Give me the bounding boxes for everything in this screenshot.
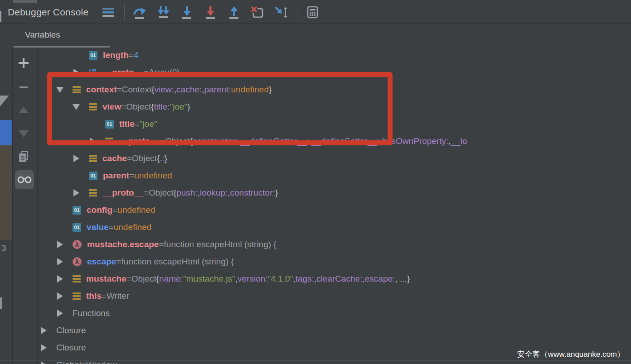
add-watch-icon[interactable] — [18, 57, 29, 69]
primitive-icon: 01 — [73, 223, 81, 232]
value-segment-eq: = — [109, 222, 114, 232]
value-segment-pink: mustache.escape — [87, 239, 159, 249]
value-segment-blue: escape — [87, 257, 116, 267]
remove-watch-icon[interactable] — [18, 81, 29, 93]
value-segment-str: "4.1.0" — [268, 274, 293, 284]
expand-arrow-icon[interactable] — [72, 155, 81, 162]
value-segment-pink: __proto__ — [102, 188, 144, 198]
glasses-icon — [17, 175, 32, 184]
value-segment-eq: = — [129, 50, 134, 60]
value-segment-type: Object — [131, 274, 156, 284]
tab-variables[interactable]: Variables — [25, 24, 60, 46]
move-down-icon[interactable] — [18, 128, 29, 139]
value-segment-key: __lo — [451, 136, 467, 146]
value-segment-key: name: — [159, 274, 183, 284]
value-segment-key: lookup: — [200, 188, 228, 198]
value-segment-blue: value — [87, 222, 109, 232]
value-segment-type: function escapeHtml (string) { — [164, 239, 277, 249]
variable-row[interactable]: this = Writer — [38, 287, 631, 305]
toolbar-separator — [297, 4, 297, 20]
value-segment-undef: undefined — [117, 205, 155, 215]
step-into-icon[interactable] — [179, 4, 194, 20]
frame-number: 3 — [1, 243, 6, 253]
value-segment-undef: undefined — [114, 222, 151, 232]
value-segment-pink: length — [103, 50, 129, 60]
variable-row[interactable]: Functions — [38, 305, 631, 322]
value-segment-pink: config — [87, 205, 112, 215]
value-segment-scope: Functions — [73, 308, 110, 318]
variable-row[interactable]: cache = Object {.: } — [38, 150, 631, 167]
selected-frame-fragment[interactable] — [0, 120, 12, 145]
value-segment-eq: = — [129, 171, 134, 181]
value-segment-brace: , ...} — [395, 274, 410, 284]
variable-row[interactable]: λmustache.escape = function escapeHtml (… — [38, 236, 631, 253]
variable-row[interactable]: λescape = function escapeHtml (string) { — [38, 253, 631, 270]
left-edge-fragment — [0, 11, 1, 22]
edge-fragment — [0, 297, 2, 309]
value-segment-brace: } — [165, 153, 167, 163]
primitive-icon: 01 — [89, 51, 97, 60]
expand-arrow-icon[interactable] — [55, 241, 64, 248]
bottom-divider — [0, 360, 631, 361]
object-icon — [73, 275, 81, 283]
value-segment-eq: = — [102, 291, 107, 301]
panel-title: Debugger Console — [8, 0, 88, 24]
value-segment-key: escape: — [365, 274, 395, 284]
function-icon: λ — [73, 257, 82, 266]
toolbar-separator — [124, 4, 125, 20]
value-segment-eq: = — [144, 188, 149, 198]
value-segment-key: clearCache: — [316, 274, 362, 284]
value-segment-scope: Closure — [56, 343, 86, 353]
expand-arrow-icon[interactable] — [55, 310, 64, 317]
value-segment-type: Object — [132, 153, 157, 163]
watches-toolbar — [13, 48, 38, 364]
value-segment-eq: = — [126, 274, 131, 284]
variable-row[interactable]: Closure — [38, 322, 631, 339]
value-segment-pink: parent — [103, 171, 129, 181]
value-segment-eq: = — [159, 239, 164, 249]
primitive-icon: 01 — [89, 172, 97, 180]
show-watches-button[interactable] — [15, 170, 34, 189]
value-segment-pink: cache — [102, 153, 127, 163]
variable-row[interactable]: __proto__ = Object {push: , lookup: , co… — [38, 184, 631, 201]
run-to-cursor-icon[interactable] — [273, 4, 289, 20]
duplicate-icon[interactable] — [18, 151, 29, 163]
watermark: 安全客（www.anquanke.com） — [517, 349, 625, 359]
variable-row[interactable]: 01parent = undefined — [38, 167, 631, 184]
expand-arrow-icon[interactable] — [39, 361, 48, 364]
variable-row[interactable]: 01length = 4 — [38, 47, 631, 64]
evaluate-expression-icon[interactable] — [305, 4, 320, 20]
value-segment-scope: Closure — [56, 326, 86, 335]
function-icon: λ — [73, 240, 82, 249]
value-segment-brace: } — [275, 188, 278, 198]
value-segment-str: "mustache.js" — [183, 274, 235, 284]
hamburger-menu-icon[interactable] — [101, 4, 116, 20]
expand-arrow-icon[interactable] — [55, 258, 64, 265]
expand-arrow-icon[interactable] — [39, 327, 48, 334]
variable-row[interactable]: mustache = Object {name: "mustache.js", … — [38, 270, 631, 287]
value-segment-eq: = — [112, 205, 117, 215]
annotation-rectangle — [47, 72, 393, 145]
expand-arrow-icon[interactable] — [55, 292, 64, 300]
variable-row[interactable]: 01value = undefined — [38, 219, 631, 236]
object-icon — [89, 189, 97, 197]
debugger-toolbar: Debugger Console — [0, 0, 631, 24]
move-up-icon[interactable] — [18, 104, 29, 116]
smart-step-into-icon[interactable] — [155, 4, 171, 20]
debug-tabbar: Variables — [0, 24, 631, 48]
arrow-fragment-icon — [0, 96, 11, 107]
value-segment-key: tags: — [296, 274, 314, 284]
force-step-into-icon[interactable] — [203, 4, 218, 20]
primitive-icon: 01 — [73, 206, 81, 215]
expand-arrow-icon[interactable] — [39, 344, 48, 351]
value-segment-num: 4 — [134, 50, 139, 60]
value-segment-key: push: — [176, 188, 197, 198]
object-icon — [73, 292, 81, 300]
step-out-icon[interactable] — [226, 4, 242, 20]
value-segment-pink: mustache — [86, 274, 126, 284]
variable-row[interactable]: 01config = undefined — [38, 201, 631, 219]
expand-arrow-icon[interactable] — [55, 275, 64, 283]
step-over-icon[interactable] — [132, 4, 147, 20]
expand-arrow-icon[interactable] — [72, 189, 81, 196]
drop-frame-icon[interactable] — [250, 4, 265, 20]
